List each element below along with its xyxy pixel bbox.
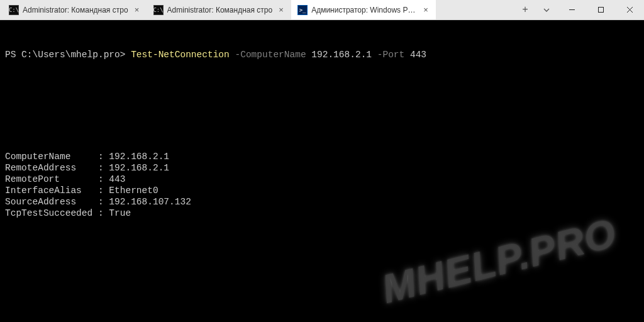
tab-2[interactable]: >_Администратор: Windows Pow×	[291, 0, 436, 19]
value-port: 443	[410, 50, 426, 60]
titlebar: C:\Administrator: Командная стро×C:\Admi…	[0, 0, 644, 20]
tab-label: Administrator: Командная стро	[167, 6, 273, 14]
tab-label: Administrator: Командная стро	[23, 6, 128, 14]
cmd-icon: C:\	[9, 5, 19, 15]
minimize-button[interactable]	[557, 0, 586, 19]
svg-rect-0	[598, 8, 603, 13]
command-line-1: PS C:\Users\mhelp.pro> Test-NetConnectio…	[5, 49, 639, 60]
window-controls	[557, 0, 644, 19]
tab-0[interactable]: C:\Administrator: Командная стро×	[3, 0, 147, 19]
tab-dropdown-button[interactable]	[536, 0, 557, 19]
output-row: ComputerName : 192.168.2.1	[5, 151, 639, 162]
maximize-button[interactable]	[586, 0, 615, 19]
output-row: TcpTestSucceeded : True	[5, 208, 639, 219]
cmdlet-name: Test-NetConnection	[131, 50, 230, 60]
tab-close-button[interactable]: ×	[132, 5, 142, 15]
close-icon	[626, 6, 633, 13]
prompt-text: PS C:\Users\mhelp.pro>	[5, 50, 125, 60]
blank-line	[5, 309, 639, 321]
blank-line	[5, 275, 639, 287]
tab-close-button[interactable]: ×	[421, 5, 431, 15]
blank-line	[5, 117, 639, 128]
close-window-button[interactable]	[615, 0, 644, 19]
cmd-icon: C:\	[153, 5, 164, 15]
output-row: InterfaceAlias : Ethernet0	[5, 185, 639, 196]
new-tab-button[interactable]: +	[514, 0, 536, 19]
output-row: RemotePort : 443	[5, 174, 639, 185]
output-row: SourceAddress : 192.168.107.132	[5, 196, 639, 208]
tab-strip: C:\Administrator: Командная стро×C:\Admi…	[0, 0, 514, 19]
powershell-icon: >_	[297, 5, 308, 15]
maximize-icon	[597, 6, 604, 13]
output-block: ComputerName : 192.168.2.1RemoteAddress …	[5, 151, 639, 219]
tab-label: Администратор: Windows Pow	[311, 6, 417, 14]
param-port: -Port	[377, 50, 405, 60]
output-row: RemoteAddress : 192.168.2.1	[5, 162, 639, 174]
param-computername: -ComputerName	[235, 50, 306, 60]
tab-close-button[interactable]: ×	[276, 5, 286, 15]
tab-1[interactable]: C:\Administrator: Командная стро×	[147, 0, 292, 19]
minimize-icon	[569, 6, 575, 13]
blank-line	[5, 83, 639, 94]
value-computername: 192.168.2.1	[311, 50, 372, 60]
terminal-pane[interactable]: PS C:\Users\mhelp.pro> Test-NetConnectio…	[0, 20, 644, 322]
chevron-down-icon	[543, 6, 550, 14]
blank-line	[5, 242, 639, 253]
